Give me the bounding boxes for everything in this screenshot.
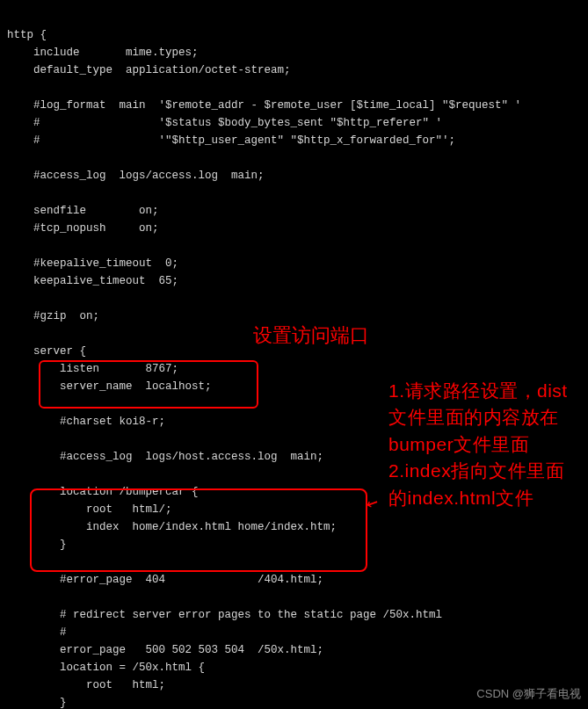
code-line: #log_format main '$remote_addr - $remote…	[7, 99, 521, 112]
code-line: include mime.types;	[7, 47, 199, 59]
annotation-port-title: 设置访问端口	[253, 322, 369, 349]
code-line: #access_log logs/access.log main;	[7, 170, 265, 182]
code-line: root html/;	[7, 503, 172, 516]
code-line: location = /50x.html {	[7, 662, 205, 674]
code-line: #access_log logs/host.access.log main;	[7, 451, 323, 463]
code-line: #keepalive_timeout 0;	[7, 257, 178, 270]
code-line: sendfile on;	[7, 205, 159, 217]
code-line: server_name localhost;	[7, 380, 212, 393]
code-line: # redirect server error pages to the sta…	[7, 609, 442, 621]
watermark-text: CSDN @狮子看电视	[476, 686, 581, 702]
code-line: location /bumpercar {	[7, 486, 199, 498]
code-line: }	[7, 539, 67, 551]
code-line: error_page 500 502 503 504 /50x.html;	[7, 644, 323, 656]
code-line: #tcp_nopush on;	[7, 222, 159, 235]
code-line: default_type application/octet-stream;	[7, 64, 291, 76]
code-line: #gzip on;	[7, 310, 99, 322]
annotation-location-desc: 1.请求路径设置，dist文件里面的内容放在bumper文件里面 2.index…	[388, 378, 582, 511]
code-line: listen 8767;	[7, 363, 178, 375]
code-line: # '$status $body_bytes_sent "$http_refer…	[7, 117, 442, 129]
code-line: }	[7, 697, 67, 709]
code-line: root html;	[7, 679, 165, 691]
code-line: # '"$http_user_agent" "$http_x_forwarded…	[7, 134, 455, 147]
code-line: keepalive_timeout 65;	[7, 275, 178, 287]
nginx-config-code: http { include mime.types; default_type …	[0, 0, 588, 709]
code-line: #	[7, 626, 67, 639]
code-line: #error_page 404 /404.html;	[7, 574, 323, 586]
code-line: #charset koi8-r;	[7, 416, 165, 428]
code-line: index home/index.html home/index.htm;	[7, 521, 337, 533]
code-line: http {	[7, 29, 47, 41]
code-line: server {	[7, 345, 86, 358]
